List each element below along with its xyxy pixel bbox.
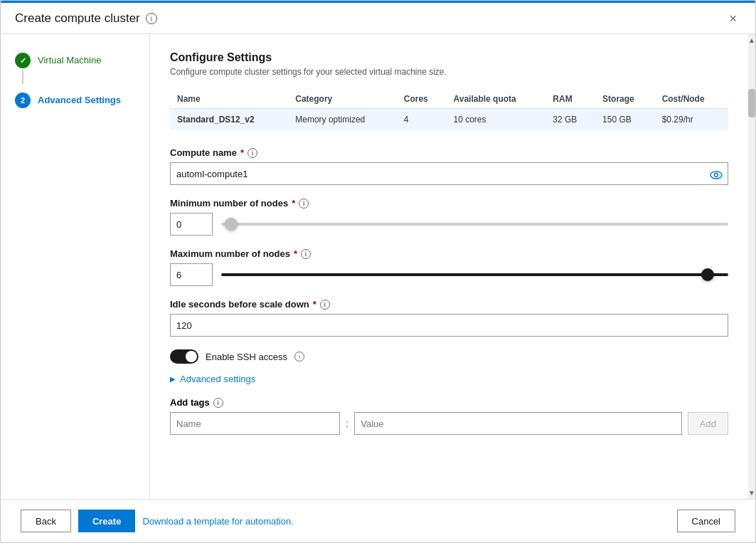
vm-ram: 32 GB [545,109,595,131]
min-nodes-slider-row [170,213,728,236]
compute-name-label: Compute name * i [170,147,728,158]
dialog-body: ✓ Virtual Machine 2 Advanced Settings Co… [1,34,755,499]
idle-seconds-group: Idle seconds before scale down * i [170,299,728,337]
scroll-thumb[interactable] [748,89,755,117]
table-row[interactable]: Standard_DS12_v2 Memory optimized 4 10 c… [170,109,728,131]
vm-quota: 10 cores [446,109,545,131]
step2-indicator: 2 [15,93,31,108]
min-nodes-thumb[interactable] [225,218,238,231]
min-nodes-label: Minimum number of nodes * i [170,198,728,209]
idle-seconds-info-icon[interactable]: i [320,300,330,310]
col-name: Name [170,90,288,109]
add-tags-group: Add tags i : Add [170,397,728,435]
create-compute-dialog: Create compute cluster i × ✓ Virtual Mac… [0,0,756,543]
scroll-down-arrow[interactable]: ▼ [748,487,755,499]
step2-circle: 2 [15,93,31,108]
idle-seconds-input[interactable] [170,314,728,337]
step1-indicator: ✓ [15,53,31,84]
vm-category: Memory optimized [288,109,396,131]
dialog-title: Create compute cluster [15,11,140,26]
compute-name-input[interactable] [170,162,728,185]
section-title: Configure Settings [170,51,728,64]
toggle-knob [186,351,197,362]
tags-label: Add tags i [170,397,728,408]
download-template-link[interactable]: Download a template for automation. [142,516,293,527]
advanced-settings-label: Advanced settings [180,374,255,384]
vm-table: Name Category Cores Available quota RAM … [170,90,728,130]
vm-storage: 150 GB [595,109,655,131]
tag-name-input[interactable] [170,412,340,435]
main-content: Configure Settings Configure compute clu… [150,34,748,499]
tag-colon: : [346,418,348,429]
step1-line [22,70,23,84]
step1-circle: ✓ [15,53,31,68]
svg-point-1 [715,174,718,177]
max-nodes-info-icon[interactable]: i [301,249,311,259]
dialog-header: Create compute cluster i × [1,1,755,34]
compute-name-group: Compute name * i [170,147,728,185]
col-cost: Cost/Node [655,90,728,109]
create-button[interactable]: Create [78,510,135,532]
max-nodes-track [221,273,728,276]
ssh-toggle[interactable] [170,349,198,364]
required-star-idle: * [313,299,316,310]
ssh-toggle-row: Enable SSH access i [170,349,728,364]
back-button[interactable]: Back [21,510,71,532]
ssh-toggle-label: Enable SSH access [206,352,287,362]
required-star: * [240,147,244,158]
max-nodes-slider-container [221,268,728,282]
required-star-min: * [292,198,295,209]
col-quota: Available quota [446,90,545,109]
sidebar-label-virtual-machine: Virtual Machine [38,53,101,65]
max-nodes-group: Maximum number of nodes * i [170,248,728,286]
max-nodes-slider-row [170,263,728,286]
compute-name-info-icon[interactable]: i [247,148,257,158]
title-row: Create compute cluster i [15,11,157,26]
min-nodes-info-icon[interactable]: i [299,199,309,209]
scrollbar[interactable]: ▲ ▼ [748,34,755,499]
svg-point-0 [710,172,722,179]
min-nodes-input[interactable] [170,213,213,236]
section-subtitle: Configure compute cluster settings for y… [170,67,728,77]
scroll-up-arrow[interactable]: ▲ [748,34,755,46]
sidebar-label-advanced-settings: Advanced Settings [38,93,121,105]
advanced-settings-expand[interactable]: ▶ Advanced settings [170,374,728,384]
ssh-info-icon[interactable]: i [294,352,304,362]
dialog-footer: Back Create Download a template for auto… [1,499,755,542]
title-info-icon[interactable]: i [146,13,157,24]
sidebar-item-virtual-machine[interactable]: ✓ Virtual Machine [1,48,149,88]
col-cores: Cores [397,90,447,109]
max-nodes-label: Maximum number of nodes * i [170,248,728,259]
tags-info-icon[interactable]: i [213,398,223,408]
sidebar: ✓ Virtual Machine 2 Advanced Settings [1,34,150,499]
min-nodes-track [221,223,728,226]
min-nodes-group: Minimum number of nodes * i [170,198,728,236]
eye-icon-button[interactable] [704,167,728,185]
vm-cost: $0.29/hr [655,109,728,131]
tag-add-button[interactable]: Add [688,412,728,435]
col-storage: Storage [595,90,655,109]
max-nodes-thumb[interactable] [701,268,714,281]
sidebar-item-advanced-settings[interactable]: 2 Advanced Settings [1,88,149,112]
min-nodes-slider-container [221,217,728,231]
tags-row: : Add [170,412,728,435]
idle-seconds-label: Idle seconds before scale down * i [170,299,728,310]
vm-cores: 4 [397,109,447,131]
cancel-button[interactable]: Cancel [677,510,735,532]
required-star-max: * [294,248,297,259]
col-ram: RAM [545,90,595,109]
col-category: Category [288,90,396,109]
close-button[interactable]: × [725,11,741,26]
tag-value-input[interactable] [354,412,682,435]
chevron-right-icon: ▶ [170,375,176,383]
max-nodes-input[interactable] [170,263,213,286]
vm-name: Standard_DS12_v2 [170,109,288,131]
